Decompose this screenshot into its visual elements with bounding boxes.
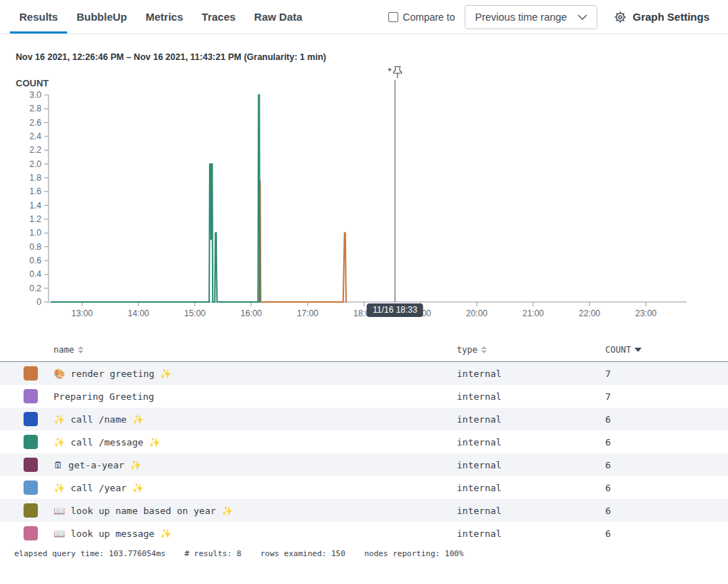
table-row[interactable]: ✨ call /message ✨ internal 6 <box>0 431 728 453</box>
y-tick-label: 2.4 <box>29 131 41 141</box>
tab-bubbleup-label: BubbleUp <box>76 11 127 23</box>
query-stats: elapsed query time: 103.776054ms # resul… <box>14 549 478 558</box>
row-type: internal <box>457 460 502 470</box>
row-name: 📖 look up name based on year ✨ <box>54 505 233 516</box>
sort-icon <box>481 346 487 353</box>
row-name: Preparing Greeting <box>54 391 154 402</box>
row-count: 6 <box>605 483 611 493</box>
row-count: 6 <box>605 528 611 539</box>
y-tick-label: 0 <box>36 297 41 307</box>
series-color-swatch <box>24 480 38 495</box>
results-table: name type COUNT 🎨 render greeting ✨ inte… <box>0 341 728 545</box>
y-tick-label: 1.4 <box>29 201 41 211</box>
series-color-swatch <box>24 412 38 426</box>
series-line-1 <box>51 95 261 302</box>
sort-desc-icon <box>635 348 642 352</box>
x-tick-label: 15:00 <box>184 308 206 318</box>
column-header-count-label: COUNT <box>605 345 631 355</box>
x-tick-label: 21:00 <box>522 308 544 318</box>
table-row[interactable]: 🎨 render greeting ✨ internal 7 <box>0 362 728 385</box>
series-color-swatch <box>24 366 38 381</box>
row-name: 📖 look up message ✨ <box>54 528 172 539</box>
series-color-swatch <box>24 458 38 472</box>
y-tick-label: 1.0 <box>29 228 41 238</box>
column-header-count[interactable]: COUNT <box>605 345 642 355</box>
chart-canvas[interactable]: 00.20.40.60.81.01.21.41.61.82.02.22.42.6… <box>0 63 728 324</box>
series-color-swatch <box>24 389 38 403</box>
y-tick-label: 0.6 <box>29 256 41 266</box>
row-name: 🗓 get-a-year ✨ <box>54 460 141 470</box>
row-count: 6 <box>605 414 611 425</box>
x-tick-label: 13:00 <box>71 308 93 318</box>
x-tick-label: 22:00 <box>579 308 600 318</box>
y-tick-label: 2.8 <box>29 104 41 114</box>
sort-icon <box>78 346 84 353</box>
compare-to-checkbox[interactable] <box>388 12 398 22</box>
crosshair-pin-icon[interactable] <box>387 65 403 84</box>
row-count: 6 <box>605 505 611 516</box>
compare-to-label: Compare to <box>403 11 455 23</box>
series-color-swatch <box>24 435 38 449</box>
y-tick-label: 2.0 <box>29 159 41 169</box>
gear-icon[interactable] <box>613 10 627 24</box>
series-color-swatch <box>24 526 38 540</box>
tab-bubbleup[interactable]: BubbleUp <box>67 0 136 34</box>
time-range-select-value: Previous time range <box>475 11 577 23</box>
graph-settings-button[interactable]: Graph Settings <box>632 11 709 23</box>
x-tick-label: 20:00 <box>466 308 487 318</box>
table-row[interactable]: ✨ call /name ✨ internal 6 <box>0 408 728 431</box>
chevron-down-icon <box>577 14 587 20</box>
tab-results-label: Results <box>19 11 58 23</box>
x-tick-label: 16:00 <box>241 308 262 318</box>
x-tick-label: 23:00 <box>635 308 657 318</box>
table-row[interactable]: 📖 look up name based on year ✨ internal … <box>0 499 728 522</box>
tab-metrics[interactable]: Metrics <box>136 0 193 34</box>
tab-traces[interactable]: Traces <box>193 0 246 34</box>
column-header-name-label: name <box>54 345 74 355</box>
row-type: internal <box>457 414 502 425</box>
row-count: 7 <box>605 391 611 402</box>
y-tick-label: 2.2 <box>29 145 41 155</box>
x-tick-label: 17:00 <box>297 308 318 318</box>
table-header: name type COUNT <box>0 341 728 362</box>
y-tick-label: 0.4 <box>29 269 41 279</box>
stat-rows-examined: rows examined: 150 <box>261 549 345 558</box>
column-header-type[interactable]: type <box>457 345 487 355</box>
crosshair-time-tooltip: 11/16 18:33 <box>367 303 423 317</box>
y-tick-label: 2.6 <box>29 118 41 128</box>
tab-bar: Results BubbleUp Metrics Traces Raw Data <box>10 0 312 34</box>
stat-nodes-reporting: nodes reporting: 100% <box>365 549 464 558</box>
column-header-type-label: type <box>457 345 477 355</box>
query-time-range: Nov 16 2021, 12:26:46 PM – Nov 16 2021, … <box>16 52 326 62</box>
table-row[interactable]: ✨ call /year ✨ internal 6 <box>0 476 728 499</box>
stat-num-results: # results: 8 <box>185 549 241 558</box>
column-header-name[interactable]: name <box>54 345 84 355</box>
y-tick-label: 1.2 <box>29 214 41 224</box>
row-type: internal <box>457 437 502 448</box>
row-name: 🎨 render greeting ✨ <box>54 368 172 379</box>
row-type: internal <box>457 391 502 402</box>
row-type: internal <box>457 483 502 493</box>
y-tick-label: 1.8 <box>29 173 41 183</box>
tab-results[interactable]: Results <box>10 0 67 34</box>
table-row[interactable]: Preparing Greeting internal 7 <box>0 385 728 408</box>
row-name: ✨ call /name ✨ <box>54 414 143 425</box>
y-tick-label: 3.0 <box>29 90 41 100</box>
y-tick-label: 0.2 <box>29 283 41 293</box>
x-tick-label: 14:00 <box>128 308 149 318</box>
row-type: internal <box>457 528 502 539</box>
top-bar: Results BubbleUp Metrics Traces Raw Data… <box>0 0 728 34</box>
table-body: 🎨 render greeting ✨ internal 7 Preparing… <box>0 362 728 545</box>
stat-elapsed-time: elapsed query time: 103.776054ms <box>14 549 166 558</box>
table-row[interactable]: 🗓 get-a-year ✨ internal 6 <box>0 453 728 476</box>
series-line-0 <box>259 181 347 302</box>
tab-metrics-label: Metrics <box>146 11 183 23</box>
time-range-select[interactable]: Previous time range <box>465 5 597 29</box>
tab-traces-label: Traces <box>202 11 236 23</box>
row-count: 6 <box>605 460 611 470</box>
table-row[interactable]: 📖 look up message ✨ internal 6 <box>0 522 728 545</box>
tab-raw-data[interactable]: Raw Data <box>245 0 312 34</box>
topbar-controls: Compare to Previous time range Graph Set… <box>388 5 709 29</box>
row-name: ✨ call /year ✨ <box>54 483 143 493</box>
series-color-swatch <box>24 503 38 518</box>
